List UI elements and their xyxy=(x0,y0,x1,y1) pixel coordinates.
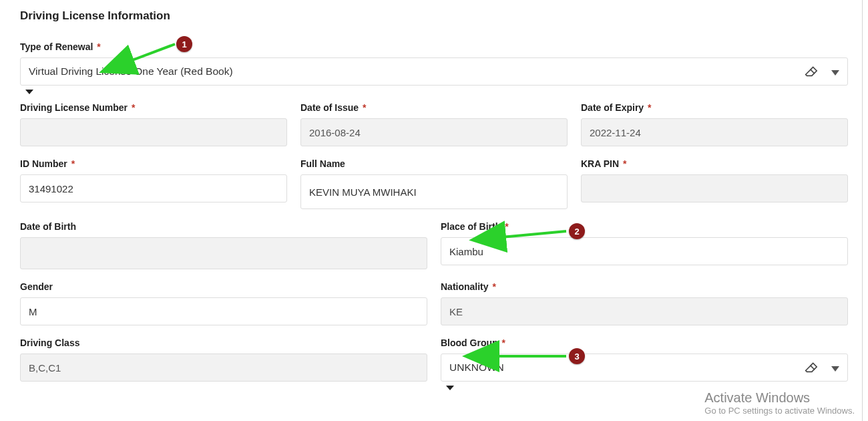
required-asterisk: * xyxy=(501,337,505,348)
gender-label-text: Gender xyxy=(20,281,53,292)
pob-label: Place of Birth * xyxy=(441,221,848,232)
chevron-down-icon[interactable] xyxy=(831,66,839,78)
required-asterisk: * xyxy=(492,281,495,292)
id-number-label: ID Number * xyxy=(20,158,287,169)
required-asterisk: * xyxy=(363,102,366,113)
required-asterisk: * xyxy=(648,102,651,113)
date-of-expiry-field: Date of Expiry * xyxy=(581,102,848,146)
nationality-label-text: Nationality xyxy=(441,281,489,292)
kra-pin-label: KRA PIN * xyxy=(581,158,848,169)
eraser-icon[interactable] xyxy=(803,63,818,80)
date-of-expiry-label-text: Date of Expiry xyxy=(581,102,644,113)
eraser-icon[interactable] xyxy=(803,360,818,376)
svg-marker-0 xyxy=(831,70,839,76)
dl-number-label: Driving License Number * xyxy=(20,102,287,113)
collapse-chevron-icon[interactable] xyxy=(441,386,848,390)
date-of-expiry-input xyxy=(581,118,848,146)
date-of-issue-field: Date of Issue * xyxy=(300,102,568,146)
full-name-label: Full Name xyxy=(300,158,568,169)
section-title: Driving License Information xyxy=(20,9,848,23)
nationality-field: Nationality * xyxy=(441,281,848,325)
driving-class-field: Driving Class xyxy=(20,337,427,390)
required-asterisk: * xyxy=(97,41,100,52)
required-asterisk: * xyxy=(623,158,626,169)
id-number-label-text: ID Number xyxy=(20,158,67,169)
blood-group-field: Blood Group * UNKNOWN xyxy=(441,337,848,390)
right-border-line xyxy=(862,0,863,421)
dl-number-label-text: Driving License Number xyxy=(20,102,128,113)
gender-label: Gender xyxy=(20,281,427,292)
type-of-renewal-label: Type of Renewal * xyxy=(20,41,848,52)
required-asterisk: * xyxy=(71,158,75,169)
dl-number-input xyxy=(20,118,287,146)
required-asterisk: * xyxy=(132,102,135,113)
full-name-field: Full Name xyxy=(300,158,568,209)
collapse-chevron-icon[interactable] xyxy=(20,90,848,94)
annotation-badge-3: 3 xyxy=(569,348,585,364)
driving-class-label: Driving Class xyxy=(20,337,427,348)
blood-group-label: Blood Group * xyxy=(441,337,848,348)
date-of-issue-label: Date of Issue * xyxy=(300,102,568,113)
nationality-input xyxy=(441,297,848,325)
svg-marker-1 xyxy=(831,366,839,372)
blood-group-label-text: Blood Group xyxy=(441,337,498,348)
dob-field: Date of Birth xyxy=(20,221,427,269)
id-number-input[interactable] xyxy=(20,174,287,202)
kra-pin-input xyxy=(581,174,848,202)
type-of-renewal-select[interactable]: Virtual Driving License One Year (Red Bo… xyxy=(20,57,848,86)
date-of-issue-label-text: Date of Issue xyxy=(300,102,359,113)
kra-pin-label-text: KRA PIN xyxy=(581,158,619,169)
driving-class-label-text: Driving Class xyxy=(20,337,79,348)
pob-field: Place of Birth * xyxy=(441,221,848,269)
pob-label-text: Place of Birth xyxy=(441,221,501,232)
type-of-renewal-field: Type of Renewal * Virtual Driving Licens… xyxy=(20,41,848,94)
chevron-down-icon[interactable] xyxy=(831,362,839,374)
nationality-label: Nationality * xyxy=(441,281,848,292)
pob-input[interactable] xyxy=(441,237,848,265)
kra-pin-field: KRA PIN * xyxy=(581,158,848,209)
type-of-renewal-value: Virtual Driving License One Year (Red Bo… xyxy=(29,65,803,78)
driving-class-input xyxy=(20,354,427,382)
date-of-issue-input xyxy=(300,118,568,146)
full-name-input[interactable] xyxy=(300,174,568,209)
dl-number-field: Driving License Number * xyxy=(20,102,287,146)
dob-input xyxy=(20,237,427,269)
blood-group-value: UNKNOWN xyxy=(449,362,803,374)
annotation-badge-2: 2 xyxy=(569,223,585,239)
activate-windows-subtitle: Go to PC settings to activate Windows. xyxy=(704,406,855,416)
date-of-expiry-label: Date of Expiry * xyxy=(581,102,848,113)
annotation-badge-1: 1 xyxy=(176,36,192,52)
dob-label-text: Date of Birth xyxy=(20,221,76,232)
full-name-label-text: Full Name xyxy=(300,158,345,169)
dob-label: Date of Birth xyxy=(20,221,427,232)
blood-group-select[interactable]: UNKNOWN xyxy=(441,354,848,382)
type-of-renewal-label-text: Type of Renewal xyxy=(20,41,93,52)
required-asterisk: * xyxy=(505,221,508,232)
activate-windows-watermark: Activate Windows Go to PC settings to ac… xyxy=(704,390,855,416)
activate-windows-title: Activate Windows xyxy=(704,390,855,406)
gender-field: Gender xyxy=(20,281,427,325)
gender-input[interactable] xyxy=(20,297,427,325)
id-number-field: ID Number * xyxy=(20,158,287,209)
